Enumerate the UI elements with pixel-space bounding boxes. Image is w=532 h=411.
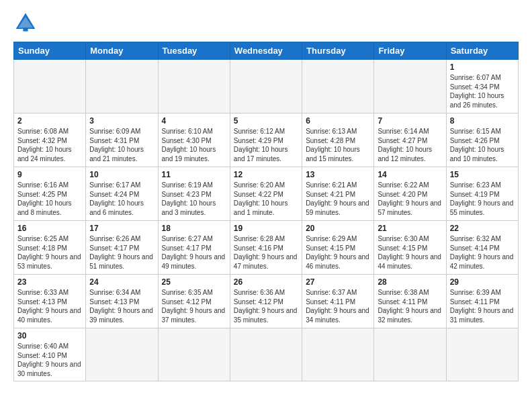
day-number: 21	[378, 224, 442, 233]
weekday-header-sunday: Sunday	[14, 42, 86, 60]
day-number: 10	[89, 170, 154, 179]
day-number: 14	[378, 170, 442, 179]
calendar-cell: 17Sunrise: 6:26 AM Sunset: 4:17 PM Dayli…	[86, 221, 158, 275]
day-info: Sunrise: 6:09 AM Sunset: 4:31 PM Dayligh…	[89, 127, 154, 163]
calendar-cell: 22Sunrise: 6:32 AM Sunset: 4:14 PM Dayli…	[446, 221, 518, 275]
day-info: Sunrise: 6:30 AM Sunset: 4:15 PM Dayligh…	[378, 234, 442, 271]
day-number: 28	[378, 277, 442, 287]
calendar-cell: 3Sunrise: 6:09 AM Sunset: 4:31 PM Daylig…	[86, 113, 158, 167]
weekday-header-friday: Friday	[374, 42, 446, 60]
calendar-cell: 19Sunrise: 6:28 AM Sunset: 4:16 PM Dayli…	[230, 221, 302, 275]
day-info: Sunrise: 6:10 AM Sunset: 4:30 PM Dayligh…	[162, 127, 226, 163]
day-number: 24	[89, 277, 154, 287]
calendar-week-6: 30Sunrise: 6:40 AM Sunset: 4:10 PM Dayli…	[14, 328, 519, 381]
day-number: 16	[17, 224, 82, 233]
day-number: 4	[162, 116, 226, 126]
day-number: 13	[306, 170, 370, 179]
calendar-cell	[158, 60, 230, 113]
calendar-cell: 24Sunrise: 6:34 AM Sunset: 4:13 PM Dayli…	[86, 275, 158, 328]
calendar-cell: 6Sunrise: 6:13 AM Sunset: 4:28 PM Daylig…	[302, 113, 374, 167]
calendar-week-4: 16Sunrise: 6:25 AM Sunset: 4:18 PM Dayli…	[14, 221, 519, 275]
day-info: Sunrise: 6:37 AM Sunset: 4:11 PM Dayligh…	[306, 288, 370, 324]
logo	[13, 11, 40, 35]
day-info: Sunrise: 6:16 AM Sunset: 4:25 PM Dayligh…	[17, 181, 82, 217]
day-number: 23	[17, 277, 82, 287]
calendar-cell: 2Sunrise: 6:08 AM Sunset: 4:32 PM Daylig…	[14, 113, 86, 167]
calendar-cell	[374, 60, 446, 113]
header	[13, 11, 519, 35]
day-info: Sunrise: 6:12 AM Sunset: 4:29 PM Dayligh…	[234, 127, 298, 163]
day-number: 12	[234, 170, 298, 179]
day-info: Sunrise: 6:29 AM Sunset: 4:15 PM Dayligh…	[306, 234, 370, 271]
day-info: Sunrise: 6:27 AM Sunset: 4:17 PM Dayligh…	[162, 234, 226, 271]
day-info: Sunrise: 6:20 AM Sunset: 4:22 PM Dayligh…	[234, 181, 298, 217]
day-number: 2	[17, 116, 82, 126]
calendar-cell	[230, 328, 302, 381]
calendar-cell: 15Sunrise: 6:23 AM Sunset: 4:19 PM Dayli…	[446, 167, 518, 221]
calendar-cell: 29Sunrise: 6:39 AM Sunset: 4:11 PM Dayli…	[446, 275, 518, 328]
day-number: 7	[378, 116, 442, 126]
day-info: Sunrise: 6:32 AM Sunset: 4:14 PM Dayligh…	[450, 234, 515, 271]
calendar-week-5: 23Sunrise: 6:33 AM Sunset: 4:13 PM Dayli…	[14, 275, 519, 328]
day-info: Sunrise: 6:33 AM Sunset: 4:13 PM Dayligh…	[17, 288, 82, 324]
calendar-cell: 12Sunrise: 6:20 AM Sunset: 4:22 PM Dayli…	[230, 167, 302, 221]
calendar-cell: 25Sunrise: 6:35 AM Sunset: 4:12 PM Dayli…	[158, 275, 230, 328]
calendar-week-1: 1Sunrise: 6:07 AM Sunset: 4:34 PM Daylig…	[14, 60, 519, 113]
calendar-cell	[14, 60, 86, 113]
calendar-cell	[86, 60, 158, 113]
logo-icon	[13, 11, 38, 35]
day-number: 6	[306, 116, 370, 126]
day-number: 30	[17, 331, 82, 340]
calendar-cell: 10Sunrise: 6:17 AM Sunset: 4:24 PM Dayli…	[86, 167, 158, 221]
day-info: Sunrise: 6:19 AM Sunset: 4:23 PM Dayligh…	[162, 181, 226, 217]
calendar-cell	[86, 328, 158, 381]
calendar-cell: 13Sunrise: 6:21 AM Sunset: 4:21 PM Dayli…	[302, 167, 374, 221]
day-number: 8	[450, 116, 515, 126]
day-number: 11	[162, 170, 226, 179]
day-number: 22	[450, 224, 515, 233]
calendar-week-2: 2Sunrise: 6:08 AM Sunset: 4:32 PM Daylig…	[14, 113, 519, 167]
calendar-cell	[374, 328, 446, 381]
weekday-header-thursday: Thursday	[302, 42, 374, 60]
day-number: 20	[306, 224, 370, 233]
calendar-table: SundayMondayTuesdayWednesdayThursdayFrid…	[13, 42, 519, 381]
calendar-cell	[302, 328, 374, 381]
day-number: 17	[89, 224, 154, 233]
day-info: Sunrise: 6:36 AM Sunset: 4:12 PM Dayligh…	[234, 288, 298, 324]
day-info: Sunrise: 6:35 AM Sunset: 4:12 PM Dayligh…	[162, 288, 226, 324]
day-info: Sunrise: 6:07 AM Sunset: 4:34 PM Dayligh…	[450, 73, 515, 109]
calendar-cell: 20Sunrise: 6:29 AM Sunset: 4:15 PM Dayli…	[302, 221, 374, 275]
day-info: Sunrise: 6:08 AM Sunset: 4:32 PM Dayligh…	[17, 127, 82, 163]
day-number: 29	[450, 277, 515, 287]
day-number: 9	[17, 170, 82, 179]
day-info: Sunrise: 6:38 AM Sunset: 4:11 PM Dayligh…	[378, 288, 442, 324]
day-info: Sunrise: 6:17 AM Sunset: 4:24 PM Dayligh…	[89, 181, 154, 217]
day-number: 3	[89, 116, 154, 126]
day-info: Sunrise: 6:39 AM Sunset: 4:11 PM Dayligh…	[450, 288, 515, 324]
calendar-cell: 28Sunrise: 6:38 AM Sunset: 4:11 PM Dayli…	[374, 275, 446, 328]
calendar-week-3: 9Sunrise: 6:16 AM Sunset: 4:25 PM Daylig…	[14, 167, 519, 221]
calendar-cell: 26Sunrise: 6:36 AM Sunset: 4:12 PM Dayli…	[230, 275, 302, 328]
calendar-cell: 16Sunrise: 6:25 AM Sunset: 4:18 PM Dayli…	[14, 221, 86, 275]
calendar-cell	[302, 60, 374, 113]
calendar-cell: 7Sunrise: 6:14 AM Sunset: 4:27 PM Daylig…	[374, 113, 446, 167]
calendar-cell	[446, 328, 518, 381]
day-info: Sunrise: 6:22 AM Sunset: 4:20 PM Dayligh…	[378, 181, 442, 217]
day-number: 18	[162, 224, 226, 233]
calendar-cell: 8Sunrise: 6:15 AM Sunset: 4:26 PM Daylig…	[446, 113, 518, 167]
calendar-cell: 1Sunrise: 6:07 AM Sunset: 4:34 PM Daylig…	[446, 60, 518, 113]
day-info: Sunrise: 6:21 AM Sunset: 4:21 PM Dayligh…	[306, 181, 370, 217]
day-info: Sunrise: 6:15 AM Sunset: 4:26 PM Dayligh…	[450, 127, 515, 163]
calendar-cell: 21Sunrise: 6:30 AM Sunset: 4:15 PM Dayli…	[374, 221, 446, 275]
day-info: Sunrise: 6:14 AM Sunset: 4:27 PM Dayligh…	[378, 127, 442, 163]
calendar-cell: 4Sunrise: 6:10 AM Sunset: 4:30 PM Daylig…	[158, 113, 230, 167]
weekday-header-wednesday: Wednesday	[230, 42, 302, 60]
day-number: 15	[450, 170, 515, 179]
day-number: 1	[450, 62, 515, 72]
weekday-header-tuesday: Tuesday	[158, 42, 230, 60]
calendar-cell: 11Sunrise: 6:19 AM Sunset: 4:23 PM Dayli…	[158, 167, 230, 221]
calendar-cell: 5Sunrise: 6:12 AM Sunset: 4:29 PM Daylig…	[230, 113, 302, 167]
day-info: Sunrise: 6:28 AM Sunset: 4:16 PM Dayligh…	[234, 234, 298, 271]
calendar-cell: 30Sunrise: 6:40 AM Sunset: 4:10 PM Dayli…	[14, 328, 86, 381]
calendar-cell: 18Sunrise: 6:27 AM Sunset: 4:17 PM Dayli…	[158, 221, 230, 275]
